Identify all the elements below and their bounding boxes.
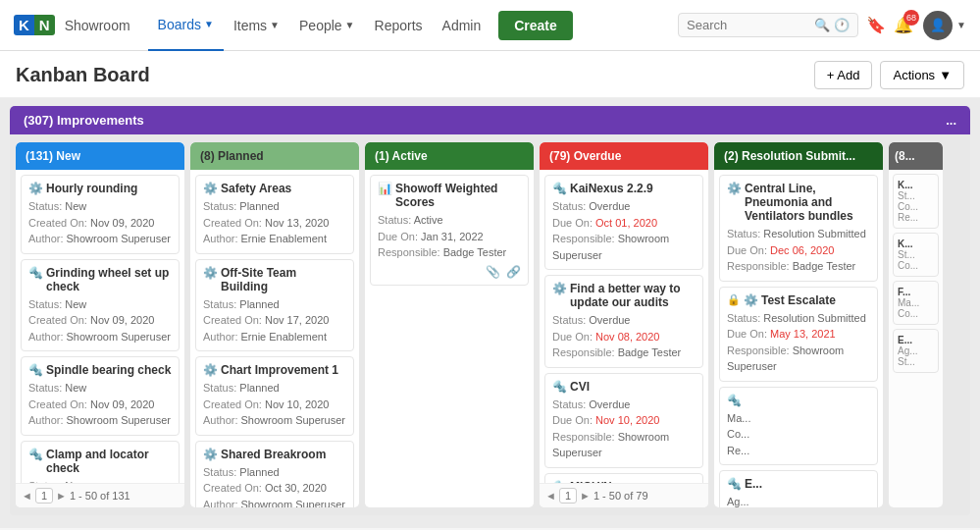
card-icon: ⚙️ bbox=[28, 182, 43, 195]
column-overdue-footer: ◄ 1 ► 1 - 50 of 79 bbox=[540, 483, 708, 507]
card-spindle: 🔩Spindle bearing check Status: New Creat… bbox=[21, 356, 180, 436]
search-input[interactable] bbox=[687, 18, 814, 32]
column-active: (1) Active 📊Showoff Weighted Scores Stat… bbox=[365, 142, 534, 507]
gear-icon-7: ⚙️ bbox=[727, 182, 742, 223]
column-planned-body: ⚙️Safety Areas Status: Planned Created O… bbox=[190, 170, 359, 507]
column-extra: (8... K... St... Co... Re... K... St... … bbox=[889, 142, 943, 507]
overdue-page-range: 1 - 50 of 79 bbox=[593, 490, 648, 502]
nav-boards-label: Boards bbox=[158, 17, 201, 32]
card-extra-4: E... Ag... St... bbox=[893, 329, 939, 373]
card-title: 🔒 ⚙️ Test Escalate bbox=[727, 293, 870, 307]
next-page-arrow[interactable]: ► bbox=[56, 490, 67, 502]
nav-reports[interactable]: Reports bbox=[365, 0, 433, 51]
card-partial-2: 🔩E... Ag... St... bbox=[719, 470, 878, 507]
card-kainexus: 🔩KaiNexus 2.2.9 Status: Overdue Due On: … bbox=[544, 175, 703, 270]
gear-icon-3: ⚙️ bbox=[203, 363, 218, 377]
card-grinding-setup: 🔩Grinding wheel set up check Status: New… bbox=[21, 259, 180, 352]
attachment-icon: 📎 bbox=[486, 265, 500, 279]
nav-boards[interactable]: Boards ▼ bbox=[148, 0, 224, 51]
column-new-body: ⚙️Hourly rounding Status: New Created On… bbox=[16, 170, 184, 483]
logo-k: K bbox=[14, 15, 34, 35]
wrench-icon-6: 🔩 bbox=[552, 380, 567, 394]
app-name: Showroom bbox=[65, 18, 130, 33]
logo-n: N bbox=[34, 15, 55, 35]
wrench-icon: 🔩 bbox=[28, 266, 43, 293]
overdue-page-box: 1 bbox=[559, 488, 577, 504]
card-title: 🔩Grinding wheel set up check bbox=[28, 266, 172, 293]
columns-container: (131) New ⚙️Hourly rounding Status: New … bbox=[10, 134, 970, 515]
overdue-next-arrow[interactable]: ► bbox=[580, 490, 591, 502]
nav-admin[interactable]: Admin bbox=[433, 0, 491, 51]
column-new: (131) New ⚙️Hourly rounding Status: New … bbox=[16, 142, 184, 507]
column-active-header: (1) Active bbox=[365, 142, 534, 170]
search-icon: 🔍 bbox=[814, 18, 830, 32]
card-title: 🔩 bbox=[727, 394, 870, 407]
card-partial-1: 🔩 Ma... Co... Re... bbox=[719, 387, 878, 466]
bookmark-icon[interactable]: 🔖 bbox=[866, 16, 886, 34]
wrench-icon-8: 🔩 bbox=[727, 394, 742, 407]
card-title: 🔩Spindle bearing check bbox=[28, 363, 172, 377]
card-title: 📊Showoff Weighted Scores bbox=[378, 182, 521, 209]
lock-icon: 🔒 bbox=[727, 293, 741, 307]
column-resolution-body: ⚙️Central Line, Pneumonia and Ventilator… bbox=[714, 170, 883, 507]
boards-arrow-icon: ▼ bbox=[204, 19, 214, 29]
wrench-icon-9: 🔩 bbox=[727, 477, 742, 491]
board-area: (307) Improvements ... (131) New ⚙️Hourl… bbox=[0, 98, 980, 528]
column-overdue: (79) Overdue 🔩KaiNexus 2.2.9 Status: Ove… bbox=[540, 142, 708, 507]
logo: KN bbox=[14, 15, 55, 35]
add-button[interactable]: + Add bbox=[814, 61, 873, 89]
nav-people[interactable]: People ▼ bbox=[289, 0, 365, 51]
card-shared-breakroom: ⚙️Shared Breakroom Status: Planned Creat… bbox=[195, 441, 354, 508]
wrench-icon-5: 🔩 bbox=[552, 182, 567, 195]
group-ellipsis[interactable]: ... bbox=[946, 113, 956, 128]
nav-items[interactable]: Items ▼ bbox=[224, 0, 289, 51]
header-actions: + Add Actions ▼ bbox=[814, 61, 964, 89]
overdue-prev-arrow[interactable]: ◄ bbox=[545, 490, 556, 502]
history-icon: 🕐 bbox=[834, 18, 850, 32]
actions-button[interactable]: Actions ▼ bbox=[880, 61, 964, 89]
column-active-body: 📊Showoff Weighted Scores Status: Active … bbox=[365, 170, 534, 507]
page-title: Kanban Board bbox=[16, 64, 150, 86]
column-overdue-header: (79) Overdue bbox=[540, 142, 708, 170]
gear-icon-8: ⚙️ bbox=[744, 293, 758, 307]
create-button[interactable]: Create bbox=[498, 11, 573, 40]
card-offsite: ⚙️Off-Site Team Building Status: Planned… bbox=[195, 259, 354, 352]
avatar-arrow-icon[interactable]: ▼ bbox=[956, 20, 966, 30]
column-planned-header: (8) Planned bbox=[190, 142, 359, 170]
card-title: 🔩Clamp and locator check bbox=[28, 448, 172, 475]
search-box[interactable]: 🔍 🕐 bbox=[678, 13, 858, 37]
nav-admin-label: Admin bbox=[442, 18, 482, 33]
column-extra-header: (8... bbox=[889, 142, 943, 170]
chart-icon: 📊 bbox=[378, 182, 392, 209]
wrench-icon-3: 🔩 bbox=[28, 448, 43, 475]
group-header: (307) Improvements ... bbox=[10, 106, 970, 134]
avatar[interactable]: 👤 bbox=[923, 11, 953, 40]
paperclip-icon: 🔗 bbox=[506, 265, 521, 279]
column-new-header: (131) New bbox=[16, 142, 184, 170]
card-cvi: 🔩CVI Status: Overdue Due On: Nov 10, 202… bbox=[544, 373, 703, 468]
nav-reports-label: Reports bbox=[375, 18, 423, 33]
card-title: 🔩E... bbox=[727, 477, 870, 491]
column-resolution-header: (2) Resolution Submit... bbox=[714, 142, 883, 170]
card-extra-2: K... St... Co... bbox=[893, 233, 939, 277]
people-arrow-icon: ▼ bbox=[345, 20, 355, 30]
card-extra-1: K... St... Co... Re... bbox=[893, 174, 939, 229]
column-planned: (8) Planned ⚙️Safety Areas Status: Plann… bbox=[190, 142, 359, 507]
column-overdue-body: 🔩KaiNexus 2.2.9 Status: Overdue Due On: … bbox=[540, 170, 708, 483]
actions-label: Actions bbox=[893, 68, 935, 82]
nav-items-label: Items bbox=[233, 18, 267, 33]
card-safety: ⚙️Safety Areas Status: Planned Created O… bbox=[195, 175, 354, 254]
prev-page-arrow[interactable]: ◄ bbox=[22, 490, 32, 502]
nav-people-label: People bbox=[299, 18, 342, 33]
gear-icon-4: ⚙️ bbox=[203, 448, 218, 461]
card-title: ⚙️Chart Improvement 1 bbox=[203, 363, 346, 377]
card-title: ⚙️Safety Areas bbox=[203, 182, 346, 195]
card-showoff: 📊Showoff Weighted Scores Status: Active … bbox=[370, 175, 529, 286]
gear-icon-2: ⚙️ bbox=[203, 266, 218, 293]
card-extra-3: F... Ma... Co... bbox=[893, 281, 939, 325]
card-central-line: ⚙️Central Line, Pneumonia and Ventilator… bbox=[719, 175, 878, 282]
top-nav: KN Showroom Boards ▼ Items ▼ People ▼ Re… bbox=[0, 0, 980, 51]
notification-badge: 68 bbox=[903, 10, 919, 26]
column-extra-body: K... St... Co... Re... K... St... Co... … bbox=[889, 170, 943, 507]
notification-bell[interactable]: 🔔 68 bbox=[894, 16, 913, 34]
